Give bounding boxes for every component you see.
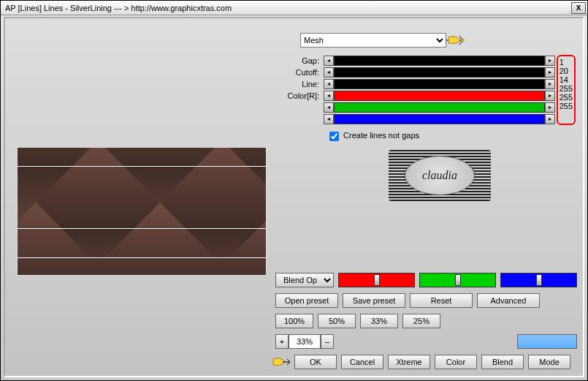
- slider-cutoff: Cutoff: ◂ ▸: [283, 67, 555, 78]
- cutoff-bar[interactable]: [334, 67, 545, 78]
- cutoff-label: Cutoff:: [283, 68, 324, 77]
- gap-bar[interactable]: [334, 56, 545, 66]
- ok-button[interactable]: OK: [294, 355, 337, 369]
- close-button[interactable]: x: [571, 2, 586, 14]
- r-value[interactable]: 255: [560, 84, 573, 93]
- slider-line: Line: ◂ ▸: [283, 78, 555, 90]
- pointer-hand-icon: [446, 34, 467, 47]
- pointer-hand-ok-icon: [271, 355, 291, 369]
- line-label: Line:: [283, 80, 324, 88]
- advanced-button[interactable]: Advanced: [477, 293, 540, 308]
- b-value[interactable]: 255: [560, 102, 573, 110]
- titlebar: AP [Lines] Lines - SilverLining --- > ht…: [1, 1, 587, 15]
- line-bar[interactable]: [334, 79, 545, 89]
- zoom-value[interactable]: 33%: [289, 334, 321, 349]
- cutoff-value[interactable]: 20: [560, 67, 573, 75]
- g-inc[interactable]: ▸: [545, 102, 555, 113]
- b-inc[interactable]: ▸: [545, 114, 555, 124]
- b-dec[interactable]: ◂: [324, 114, 334, 124]
- create-lines-checkbox[interactable]: [329, 132, 339, 141]
- claudia-text: claudia: [405, 156, 475, 195]
- blend-g-slider[interactable]: [419, 273, 496, 287]
- zoom-25-button[interactable]: 25%: [402, 314, 440, 328]
- color-button[interactable]: Color: [435, 355, 477, 369]
- r-bar[interactable]: [334, 91, 545, 101]
- svg-point-0: [461, 39, 464, 42]
- create-lines-row: Create lines not gaps: [327, 129, 576, 143]
- app-window: AP [Lines] Lines - SilverLining --- > ht…: [0, 0, 588, 381]
- cutoff-inc[interactable]: ▸: [545, 67, 555, 78]
- color-r-label: Color[R]:: [283, 91, 324, 100]
- line-inc[interactable]: ▸: [545, 79, 555, 89]
- cancel-button[interactable]: Cancel: [341, 355, 383, 369]
- bottom-controls: Blend Opti Open preset Save preset Reset…: [275, 273, 577, 375]
- g-dec[interactable]: ◂: [324, 102, 334, 113]
- window-title: AP [Lines] Lines - SilverLining --- > ht…: [2, 4, 571, 12]
- cutoff-dec[interactable]: ◂: [324, 67, 334, 78]
- b-bar[interactable]: [334, 114, 545, 124]
- slider-color-b: ◂ ▸: [283, 113, 555, 125]
- preview-canvas: [17, 147, 267, 276]
- create-lines-label: Create lines not gaps: [343, 131, 419, 140]
- client-area: Mesh Gap: ◂ ▸ Cutoff: ◂: [4, 17, 584, 377]
- color-swatch[interactable]: [517, 334, 577, 349]
- mesh-select[interactable]: Mesh: [300, 33, 446, 48]
- zoom-33-button[interactable]: 33%: [360, 314, 398, 328]
- xtreme-button[interactable]: Xtreme: [388, 355, 430, 369]
- zoom-100-button[interactable]: 100%: [275, 314, 313, 328]
- line-dec[interactable]: ◂: [324, 79, 334, 89]
- values-highlight: 1 20 14 255 255 255: [557, 55, 576, 125]
- blend-r-slider[interactable]: [338, 273, 415, 287]
- gap-inc[interactable]: ▸: [545, 56, 555, 66]
- slider-gap: Gap: ◂ ▸: [283, 55, 555, 67]
- gap-dec[interactable]: ◂: [324, 56, 334, 66]
- line-value[interactable]: 14: [560, 75, 573, 84]
- g-bar[interactable]: [334, 102, 545, 113]
- claudia-logo: claudia: [389, 150, 491, 201]
- zoom-plus-button[interactable]: +: [275, 334, 289, 349]
- r-inc[interactable]: ▸: [545, 91, 555, 101]
- g-value[interactable]: 255: [560, 93, 573, 102]
- open-preset-button[interactable]: Open preset: [275, 293, 338, 308]
- r-dec[interactable]: ◂: [324, 91, 334, 101]
- slider-color-r: Color[R]: ◂ ▸: [283, 90, 555, 102]
- gap-label: Gap:: [283, 56, 324, 65]
- blend-b-slider[interactable]: [500, 273, 577, 287]
- zoom-50-button[interactable]: 50%: [318, 314, 356, 328]
- zoom-minus-button[interactable]: –: [321, 334, 334, 349]
- slider-color-g: ◂ ▸: [283, 102, 555, 113]
- gap-value[interactable]: 1: [560, 58, 573, 67]
- blend-options-select[interactable]: Blend Opti: [275, 273, 334, 287]
- mode-button[interactable]: Mode: [528, 355, 570, 369]
- controls: Mesh Gap: ◂ ▸ Cutoff: ◂: [283, 33, 576, 143]
- save-preset-button[interactable]: Save preset: [343, 293, 405, 308]
- blend-button[interactable]: Blend: [481, 355, 524, 369]
- reset-button[interactable]: Reset: [410, 293, 473, 308]
